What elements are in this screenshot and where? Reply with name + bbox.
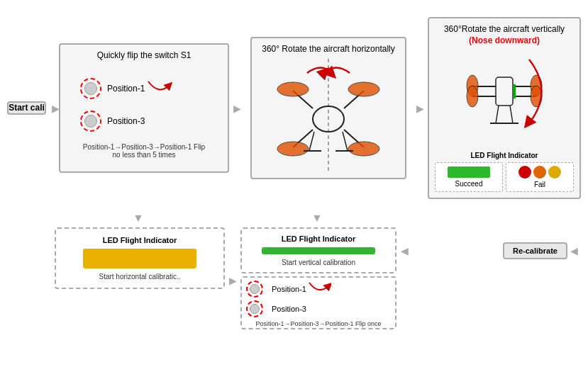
step1-title: Quickly flip the switch S1 xyxy=(97,50,192,62)
main-container: Start cali ▶ Quickly flip the switch S1 … xyxy=(0,0,588,379)
pos-instruction-row3: Position-3 xyxy=(246,300,306,317)
pos1-mini-knob xyxy=(250,284,260,294)
pos-mini-caption: Position-1→Position-3→Position-1 Flip on… xyxy=(246,320,391,327)
middle-section: ▼ ▼ xyxy=(7,212,581,225)
start-cali-label: Start cali xyxy=(9,103,45,114)
succeed-led-bar xyxy=(448,166,490,178)
svg-line-24 xyxy=(496,106,499,123)
switch-knob-1 xyxy=(84,82,97,95)
step2-indicator-box: LED Flight Indicator Start vertical cali… xyxy=(240,227,396,273)
bottom-arrow-1: ▶ xyxy=(225,227,240,334)
recalibrate-box[interactable]: Re-calibrate xyxy=(503,242,567,259)
svg-rect-23 xyxy=(513,84,516,98)
position1-label: Position-1 xyxy=(107,84,145,94)
position1-circle xyxy=(80,78,101,99)
svg-point-9 xyxy=(348,142,379,156)
step3-highlight: (Nose downward) xyxy=(469,35,540,45)
right-arrow-1: ▶ xyxy=(233,103,241,114)
recal-arrow-right: ◀ xyxy=(570,245,578,256)
step2-led-bar xyxy=(262,247,375,254)
top-section: Start cali ▶ Quickly flip the switch S1 … xyxy=(7,7,581,209)
step2-box: 360° Rotate the aircraft horizontally xyxy=(250,37,406,180)
position1-arrow-svg xyxy=(145,78,173,99)
svg-line-10 xyxy=(309,132,314,151)
step2-led-caption: Start vertical calibration xyxy=(282,259,355,266)
position1-row: Position-1 xyxy=(80,78,173,99)
drone-horizontal-svg xyxy=(268,59,389,172)
recalibrate-row: Re-calibrate ◀ xyxy=(412,227,581,273)
led-dots-row xyxy=(518,166,561,179)
rows-wrapper: Start cali ▶ Quickly flip the switch S1 … xyxy=(7,7,581,372)
step1-box: Quickly flip the switch S1 Position-1 xyxy=(59,43,229,174)
switch-illustration: Position-1 xyxy=(66,65,222,166)
step2-bottom-column: LED Flight Indicator Start vertical cali… xyxy=(240,227,396,329)
step3-title: 360°Rotate the aircraft vertically (Nose… xyxy=(444,24,565,46)
switch-knob-3 xyxy=(84,115,97,128)
pos1-mini-label: Position-1 xyxy=(272,285,306,293)
drone-vertical-svg xyxy=(462,45,547,155)
led-dot-yellow xyxy=(548,166,561,179)
pos3-mini-circle xyxy=(246,300,263,317)
svg-point-7 xyxy=(348,82,379,96)
pos1-mini-arrow xyxy=(306,280,331,298)
step1-indicator-box: LED Flight Indicator Start horizontal ca… xyxy=(55,227,225,289)
step1-led-caption: Start horizontal calibratic.. xyxy=(99,273,180,281)
step2-title: 360° Rotate the aircraft horizontally xyxy=(262,44,395,55)
fail-label: Fail xyxy=(534,181,545,188)
svg-point-21 xyxy=(467,86,478,107)
bottom-section: LED Flight Indicator Start horizontal ca… xyxy=(7,227,581,334)
right-bottom-area: Re-calibrate ◀ xyxy=(412,227,581,273)
down-arrow-step1: ▼ xyxy=(53,212,223,225)
step2-led-label: LED Flight Indicator xyxy=(282,234,356,243)
connector-1-2: ▶ xyxy=(229,7,245,209)
bottom-arrow-2: ◀ xyxy=(396,227,412,273)
arrow-start-to-step1: ▶ xyxy=(52,103,59,114)
led-dot-orange xyxy=(533,166,546,179)
right-arrow-2: ▶ xyxy=(416,103,424,114)
pos-instruction-row1: Position-1 xyxy=(246,280,331,298)
down-arrow-step2: ▼ xyxy=(239,212,395,225)
step1-caption: Position-1→Position-3→Position-1 Flip no… xyxy=(80,143,208,159)
succeed-subbox: Succeed xyxy=(435,162,503,192)
svg-line-11 xyxy=(343,132,348,151)
step3-drone-area xyxy=(435,51,574,150)
pos3-mini-label: Position-3 xyxy=(272,305,306,313)
step1-led-bar xyxy=(83,249,196,268)
led-dot-red xyxy=(518,166,531,179)
svg-point-8 xyxy=(277,142,309,156)
recalibrate-label: Re-calibrate xyxy=(513,247,558,255)
step1-led-label: LED Flight Indicator xyxy=(103,236,177,244)
pos3-mini-knob xyxy=(250,304,260,314)
pos1-mini-circle xyxy=(246,281,263,298)
succeed-fail-container: Succeed Fail xyxy=(435,162,574,192)
svg-rect-14 xyxy=(496,77,513,106)
position-instruction-box: Position-1 xyxy=(240,276,396,329)
fail-subbox: Fail xyxy=(506,162,574,192)
position3-label: Position-3 xyxy=(107,116,145,126)
position3-circle xyxy=(80,111,101,132)
step2-drone-area xyxy=(257,59,399,172)
svg-line-25 xyxy=(510,106,513,123)
svg-point-6 xyxy=(277,82,309,96)
start-cali-box: Start cali xyxy=(7,101,46,115)
step3-box: 360°Rotate the aircraft vertically (Nose… xyxy=(428,17,581,198)
succeed-label: Succeed xyxy=(455,180,483,188)
position3-row: Position-3 xyxy=(80,111,145,132)
connector-2-3: ▶ xyxy=(412,7,428,209)
